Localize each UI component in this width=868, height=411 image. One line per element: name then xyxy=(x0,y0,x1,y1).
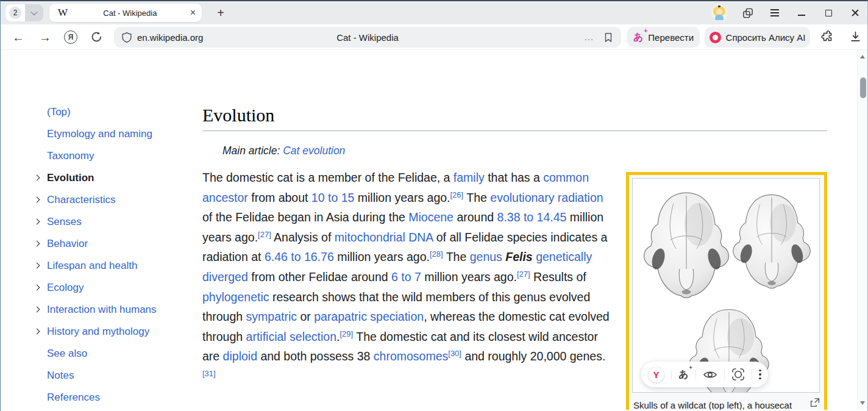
article-link[interactable]: evolutionary radiation xyxy=(490,191,603,204)
close-tab-icon[interactable]: × xyxy=(190,8,196,18)
profile-avatar[interactable] xyxy=(711,5,727,21)
toc-item[interactable]: (Top) xyxy=(25,101,187,123)
image-more-button[interactable] xyxy=(759,370,761,379)
section-heading-block: Evolution xyxy=(202,105,827,131)
paragraph-text: and both possess 38 xyxy=(257,349,374,363)
yandex-search-button[interactable]: Y xyxy=(648,366,664,383)
toc-item-label: Lifespan and health xyxy=(47,260,137,272)
site-more-button[interactable]: … xyxy=(584,32,594,43)
shield-icon[interactable] xyxy=(121,32,132,43)
article-link[interactable]: chromosomes xyxy=(374,349,448,363)
refresh-button[interactable] xyxy=(90,30,103,46)
toc-item[interactable]: Taxonomy xyxy=(25,145,187,167)
skulls-image[interactable]: Y あ xyxy=(632,178,820,393)
chevron-right-icon[interactable] xyxy=(34,329,40,335)
article-link[interactable]: 6 to 7 xyxy=(391,270,421,284)
chevron-right-icon[interactable] xyxy=(34,241,40,247)
article-link[interactable]: phylogenetic xyxy=(202,290,269,304)
toc-item[interactable]: See also xyxy=(25,343,187,365)
side-panel-button[interactable] xyxy=(742,7,754,19)
forward-button[interactable]: → xyxy=(36,24,54,50)
reference-link[interactable]: [29] xyxy=(340,329,353,338)
bookmark-icon[interactable] xyxy=(603,32,614,43)
view-image-button[interactable] xyxy=(703,370,717,380)
downloads-button[interactable] xyxy=(849,30,862,46)
toc-item[interactable]: Evolution xyxy=(25,167,187,189)
article-link[interactable]: mitochondrial DNA xyxy=(335,231,433,244)
figure-caption: Skulls of a wildcat (top left), a housec… xyxy=(633,398,806,410)
toc-item-label: Ecology xyxy=(47,282,84,294)
close-icon xyxy=(851,9,859,17)
new-tab-button[interactable]: + xyxy=(212,4,230,22)
scroll-down-arrow[interactable] xyxy=(860,401,865,405)
active-tab[interactable]: W Cat - Wikipedia × xyxy=(49,4,202,22)
toc-item[interactable]: History and mythology xyxy=(25,321,187,343)
page-content: (Top) Etymology and naming Taxonomy Evol… xyxy=(1,50,858,410)
scrollbar-thumb[interactable] xyxy=(860,77,866,98)
toc-item[interactable]: Ecology xyxy=(25,277,187,299)
article-link[interactable]: Miocene xyxy=(408,210,454,224)
article-link[interactable]: sympatric xyxy=(246,310,297,323)
extensions-button[interactable] xyxy=(821,30,834,46)
article-link[interactable]: 10 to 15 xyxy=(311,191,354,204)
paragraph-text: from other Felidae around xyxy=(248,270,391,284)
paragraph-text: that has a xyxy=(485,171,543,184)
scroll-up-arrow[interactable] xyxy=(860,55,865,59)
toc-item-label: Etymology and naming xyxy=(47,128,152,140)
translate-image-button[interactable]: あ xyxy=(678,368,688,381)
chevron-right-icon[interactable] xyxy=(34,263,40,269)
minimize-button[interactable] xyxy=(795,7,808,19)
address-bar[interactable]: en.wikipedia.org Cat - Wikipedia … xyxy=(114,27,621,48)
toc-item[interactable]: External links xyxy=(25,409,187,410)
toc-item[interactable]: Etymology and naming xyxy=(25,123,187,145)
chevron-right-icon[interactable] xyxy=(34,219,40,225)
maximize-button[interactable] xyxy=(822,7,834,19)
back-button[interactable]: ← xyxy=(9,24,27,50)
chevron-right-icon[interactable] xyxy=(34,175,40,181)
enlarge-image-button[interactable] xyxy=(810,398,820,407)
reference-link[interactable]: [30] xyxy=(448,349,461,358)
chevron-right-icon[interactable] xyxy=(34,285,40,291)
reference-link[interactable]: [27] xyxy=(258,229,271,238)
toc-item[interactable]: Characteristics xyxy=(25,189,187,211)
paragraph-text: or xyxy=(297,310,314,323)
tab-count[interactable]: 2 xyxy=(5,4,25,21)
toc-item-label: Notes xyxy=(47,370,74,382)
yandex-home-button[interactable]: Я xyxy=(64,30,77,44)
toc-item[interactable]: References xyxy=(25,387,187,409)
toc-item[interactable]: Behavior xyxy=(25,233,187,255)
ask-alice-button[interactable]: Спросить Алису AI xyxy=(705,27,810,48)
article-link[interactable]: diploid xyxy=(223,349,257,363)
download-icon xyxy=(849,30,862,43)
toc-item[interactable]: Senses xyxy=(25,211,187,233)
reference-link[interactable]: [28] xyxy=(430,249,443,259)
paragraph-text: Analysis of xyxy=(271,231,335,244)
close-window-button[interactable] xyxy=(849,7,861,19)
tab-list-dropdown[interactable] xyxy=(25,4,43,21)
toc-item[interactable]: Notes xyxy=(25,365,187,387)
translate-button[interactable]: あ Перевести xyxy=(627,27,700,48)
translate-label: Перевести xyxy=(648,32,694,43)
divider xyxy=(695,369,696,380)
tab-count-button[interactable]: 2 xyxy=(5,4,43,21)
hatnote-link[interactable]: Cat evolution xyxy=(283,145,345,157)
article-link[interactable]: 6.46 to 16.76 xyxy=(265,250,334,263)
article-link[interactable]: 8.38 to 14.45 xyxy=(497,210,567,224)
paragraph-text: million years ago. xyxy=(334,250,430,263)
chevron-right-icon[interactable] xyxy=(34,197,40,203)
article-link[interactable]: artificial selection xyxy=(246,330,336,343)
tab-title: Cat - Wikipedia xyxy=(75,9,185,18)
article-link[interactable]: family xyxy=(454,171,485,184)
reference-link[interactable]: [26] xyxy=(450,190,464,199)
article-link[interactable]: genus xyxy=(470,250,502,263)
reference-link[interactable]: [27] xyxy=(517,269,530,278)
page-scrollbar[interactable] xyxy=(857,50,867,410)
toc-item[interactable]: Lifespan and health xyxy=(25,255,187,277)
toc-item[interactable]: Interaction with humans xyxy=(25,299,187,321)
article-link[interactable]: parapatric speciation xyxy=(314,310,424,323)
refresh-icon xyxy=(90,30,103,43)
reference-link[interactable]: [31] xyxy=(202,368,216,377)
visual-search-button[interactable] xyxy=(731,368,745,381)
menu-button[interactable] xyxy=(769,7,781,19)
chevron-right-icon[interactable] xyxy=(34,307,40,313)
